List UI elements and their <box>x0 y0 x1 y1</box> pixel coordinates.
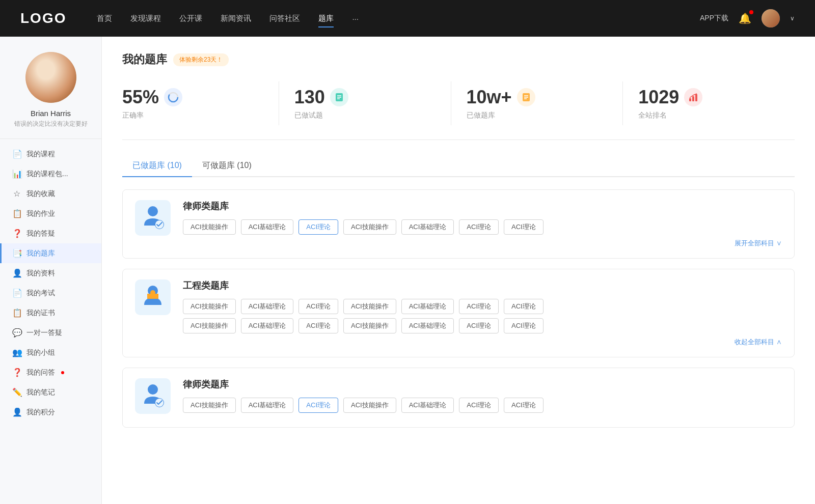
points-icon: 👤 <box>12 407 21 417</box>
tag-lawyer1-1[interactable]: ACI基础理论 <box>241 219 294 235</box>
engineer-icon <box>140 284 166 312</box>
sidebar-item-materials[interactable]: 👤 我的资料 <box>0 263 101 283</box>
tag-eng-r1-4[interactable]: ACI基础理论 <box>401 299 454 314</box>
qa-notification-dot <box>61 371 64 374</box>
tag-lawyer1-0[interactable]: ACI技能操作 <box>183 219 236 235</box>
tag-lawyer2-5[interactable]: ACI理论 <box>459 398 499 413</box>
tag-lawyer1-6[interactable]: ACI理论 <box>504 219 544 235</box>
materials-icon: 👤 <box>12 268 21 278</box>
tags-row-engineer-1: ACI技能操作 ACI基础理论 ACI理论 ACI技能操作 ACI基础理论 AC… <box>183 299 782 314</box>
lawyer-icon <box>140 204 166 232</box>
bank-content-lawyer-2: 律师类题库 ACI技能操作 ACI基础理论 ACI理论 ACI技能操作 ACI基… <box>183 378 782 417</box>
notes-label: 我的笔记 <box>26 388 55 397</box>
sidebar-item-exams[interactable]: 📄 我的考试 <box>0 283 101 303</box>
sidebar-item-groups[interactable]: 👥 我的小组 <box>0 343 101 362</box>
tag-eng-r1-2[interactable]: ACI理论 <box>298 299 338 314</box>
engineer-icon-wrap <box>135 279 171 315</box>
bank-card-lawyer-2: 律师类题库 ACI技能操作 ACI基础理论 ACI理论 ACI技能操作 ACI基… <box>122 368 795 428</box>
tutoring-label: 一对一答疑 <box>26 328 62 338</box>
answers-label: 我的答疑 <box>26 229 55 238</box>
tag-eng-r1-0[interactable]: ACI技能操作 <box>183 299 236 314</box>
exams-label: 我的考试 <box>26 289 55 298</box>
nav-quiz[interactable]: 题库 <box>318 12 334 25</box>
nav-more[interactable]: ··· <box>352 12 359 25</box>
tag-lawyer2-1[interactable]: ACI基础理论 <box>241 398 294 413</box>
tag-lawyer1-4[interactable]: ACI基础理论 <box>401 219 454 235</box>
tag-eng-r2-0[interactable]: ACI技能操作 <box>183 318 236 333</box>
bank-title-lawyer-1: 律师类题库 <box>183 200 782 212</box>
tag-eng-r2-2[interactable]: ACI理论 <box>298 318 338 333</box>
sidebar-item-favorites[interactable]: ☆ 我的收藏 <box>0 184 101 204</box>
tag-eng-r1-6[interactable]: ACI理论 <box>504 299 544 314</box>
points-label: 我的积分 <box>26 408 55 417</box>
notification-bell[interactable]: 🔔 <box>739 12 751 24</box>
nav-discover[interactable]: 发现课程 <box>130 12 161 25</box>
svg-point-17 <box>150 290 155 295</box>
collapse-engineer[interactable]: 收起全部科目 ∧ <box>183 338 782 347</box>
tag-lawyer2-3[interactable]: ACI技能操作 <box>343 398 396 413</box>
favorites-label: 我的收藏 <box>26 189 55 199</box>
stat-rank-value-row: 1029 <box>638 87 702 108</box>
sidebar-item-certificates[interactable]: 📋 我的证书 <box>0 303 101 323</box>
stat-done-banks-value: 10w+ <box>467 87 512 108</box>
profile-name: Brian Harris <box>31 109 71 118</box>
profile-chevron[interactable]: ∨ <box>790 15 795 22</box>
sidebar-item-my-qa[interactable]: ❓ 我的问答 <box>0 362 101 382</box>
quiz-bank-label: 我的题库 <box>26 249 55 258</box>
sidebar-item-homework[interactable]: 📋 我的作业 <box>0 204 101 223</box>
bank-title-engineer: 工程类题库 <box>183 279 782 292</box>
tag-eng-r1-1[interactable]: ACI基础理论 <box>241 299 294 314</box>
profile-avatar <box>25 52 76 103</box>
tab-done[interactable]: 已做题库 (10) <box>122 155 192 177</box>
certificates-label: 我的证书 <box>26 309 55 318</box>
nav-qa[interactable]: 问答社区 <box>269 12 300 25</box>
nav-home[interactable]: 首页 <box>97 12 112 25</box>
courses-icon: 📄 <box>12 149 21 159</box>
nav-news[interactable]: 新闻资讯 <box>221 12 251 25</box>
tag-eng-r1-3[interactable]: ACI技能操作 <box>343 299 396 314</box>
tag-eng-r2-5[interactable]: ACI理论 <box>459 318 499 333</box>
sidebar-item-notes[interactable]: ✏️ 我的笔记 <box>0 382 101 402</box>
bank-card-engineer: 工程类题库 ACI技能操作 ACI基础理论 ACI理论 ACI技能操作 ACI基… <box>122 269 795 357</box>
stat-done-questions-value-row: 130 <box>294 87 348 108</box>
notes-icon: ✏️ <box>12 387 21 397</box>
courses-label: 我的课程 <box>26 150 55 159</box>
tag-eng-r2-1[interactable]: ACI基础理论 <box>241 318 294 333</box>
sidebar-item-packages[interactable]: 📊 我的课程包... <box>0 164 101 184</box>
nav-menu: 首页 发现课程 公开课 新闻资讯 问答社区 题库 ··· <box>97 12 700 25</box>
tab-available[interactable]: 可做题库 (10) <box>192 155 262 177</box>
tag-eng-r1-5[interactable]: ACI理论 <box>459 299 499 314</box>
avatar-image-large <box>25 52 76 103</box>
tag-lawyer2-6[interactable]: ACI理论 <box>504 398 544 413</box>
quiz-bank-icon: 📑 <box>12 248 21 258</box>
tag-lawyer1-3[interactable]: ACI技能操作 <box>343 219 396 235</box>
stat-rank-icon <box>684 88 702 106</box>
nav-open[interactable]: 公开课 <box>179 12 202 25</box>
tag-eng-r2-4[interactable]: ACI基础理论 <box>401 318 454 333</box>
tabs-row: 已做题库 (10) 可做题库 (10) <box>122 155 795 177</box>
tag-lawyer2-2[interactable]: ACI理论 <box>298 398 338 413</box>
expand-lawyer-1[interactable]: 展开全部科目 ∨ <box>183 239 782 248</box>
sidebar-item-tutoring[interactable]: 💬 一对一答疑 <box>0 323 101 343</box>
stat-done-questions-value: 130 <box>294 87 325 108</box>
tag-lawyer1-5[interactable]: ACI理论 <box>459 219 499 235</box>
stat-done-banks-label: 已做题库 <box>467 111 495 120</box>
tags-row-lawyer-2: ACI技能操作 ACI基础理论 ACI理论 ACI技能操作 ACI基础理论 AC… <box>183 398 782 413</box>
tag-lawyer2-0[interactable]: ACI技能操作 <box>183 398 236 413</box>
sidebar-item-answers[interactable]: ❓ 我的答疑 <box>0 223 101 243</box>
trial-badge: 体验剩余23天！ <box>173 53 229 66</box>
stat-rank-value: 1029 <box>638 87 679 108</box>
page-title: 我的题库 <box>122 52 167 67</box>
lawyer-2-icon <box>140 382 166 410</box>
sidebar-item-quiz-bank[interactable]: 📑 我的题库 <box>0 243 101 263</box>
tag-lawyer2-4[interactable]: ACI基础理论 <box>401 398 454 413</box>
sidebar-item-points[interactable]: 👤 我的积分 <box>0 402 101 422</box>
app-download-button[interactable]: APP下载 <box>700 14 728 23</box>
stat-done-banks-icon <box>517 88 535 106</box>
tag-eng-r2-6[interactable]: ACI理论 <box>504 318 544 333</box>
sidebar-item-courses[interactable]: 📄 我的课程 <box>0 144 101 164</box>
tag-eng-r2-3[interactable]: ACI技能操作 <box>343 318 396 333</box>
tag-lawyer1-2[interactable]: ACI理论 <box>298 219 338 235</box>
logo: LOGO <box>20 10 66 26</box>
avatar[interactable] <box>762 9 780 27</box>
